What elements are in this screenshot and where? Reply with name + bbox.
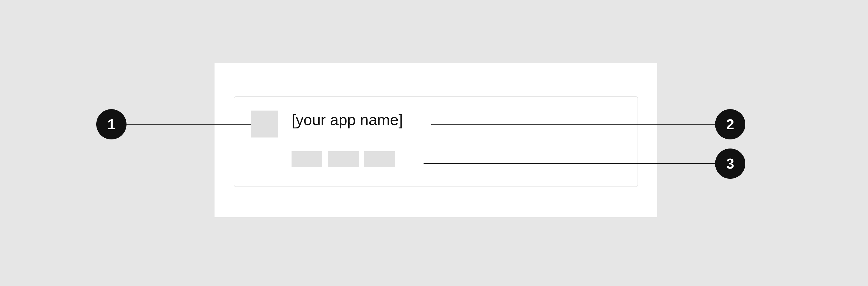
chip-placeholder: [291, 151, 322, 167]
app-name-label: [your app name]: [291, 112, 403, 128]
app-icon-placeholder: [251, 110, 278, 137]
callout-line-2: [431, 124, 715, 125]
callout-line-1: [126, 124, 251, 125]
callout-badge-2: 2: [715, 109, 745, 139]
callout-number: 3: [726, 155, 734, 172]
callout-number: 2: [726, 116, 734, 132]
chip-placeholder: [364, 151, 395, 167]
chip-placeholder: [328, 151, 359, 167]
callout-badge-3: 3: [715, 149, 745, 179]
callout-badge-1: 1: [96, 109, 126, 139]
diagram-canvas: [your app name] 1 2 3: [0, 0, 868, 286]
card-container: [234, 96, 638, 187]
callout-number: 1: [107, 116, 116, 132]
chips-row: [291, 151, 395, 167]
callout-line-3: [424, 163, 715, 164]
